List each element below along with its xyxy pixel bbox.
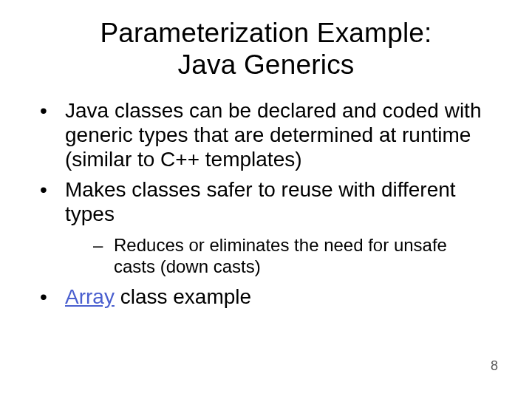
- bullet-list: Java classes can be declared and coded w…: [35, 98, 491, 309]
- title-line-2: Java Generics: [177, 50, 354, 80]
- title-line-1: Parameterization Example:: [100, 18, 432, 48]
- page-number: 8: [491, 358, 498, 374]
- bullet-item-3: Array class example: [35, 284, 491, 309]
- array-link[interactable]: Array: [65, 285, 115, 308]
- slide: Parameterization Example: Java Generics …: [0, 0, 532, 399]
- bullet-item-2: Makes classes safer to reuse with differ…: [35, 177, 491, 277]
- sub-bullet-list: Reduces or eliminates the need for unsaf…: [65, 235, 491, 277]
- bullet-text-3-rest: class example: [115, 285, 251, 308]
- slide-title: Parameterization Example: Java Generics: [0, 0, 532, 88]
- bullet-item-1: Java classes can be declared and coded w…: [35, 98, 491, 171]
- bullet-text-1: Java classes can be declared and coded w…: [65, 99, 481, 171]
- bullet-text-2: Makes classes safer to reuse with differ…: [65, 178, 456, 225]
- slide-body: Java classes can be declared and coded w…: [0, 98, 532, 309]
- sub-bullet-item-1: Reduces or eliminates the need for unsaf…: [65, 235, 491, 277]
- sub-bullet-text-1: Reduces or eliminates the need for unsaf…: [114, 235, 447, 276]
